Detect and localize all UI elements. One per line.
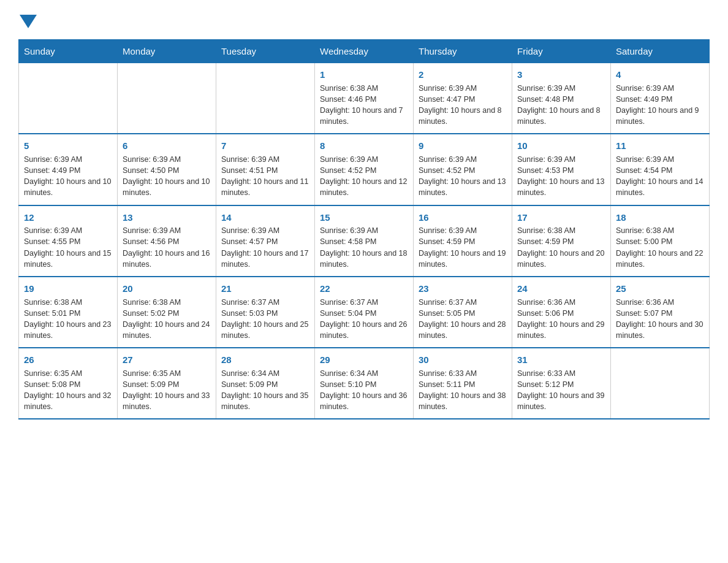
calendar-cell: 26Sunrise: 6:35 AM Sunset: 5:08 PM Dayli…: [19, 348, 118, 419]
calendar-cell: 25Sunrise: 6:36 AM Sunset: 5:07 PM Dayli…: [611, 277, 710, 348]
header-friday: Friday: [512, 40, 611, 63]
day-info: Sunrise: 6:34 AM Sunset: 5:09 PM Dayligh…: [221, 368, 309, 413]
calendar-week-row: 1Sunrise: 6:38 AM Sunset: 4:46 PM Daylig…: [19, 63, 710, 134]
day-number: 7: [221, 139, 309, 153]
calendar-week-row: 26Sunrise: 6:35 AM Sunset: 5:08 PM Dayli…: [19, 348, 710, 419]
calendar-cell: 22Sunrise: 6:37 AM Sunset: 5:04 PM Dayli…: [315, 277, 414, 348]
day-info: Sunrise: 6:39 AM Sunset: 4:57 PM Dayligh…: [221, 225, 309, 270]
header-tuesday: Tuesday: [216, 40, 315, 63]
calendar-cell: 18Sunrise: 6:38 AM Sunset: 5:00 PM Dayli…: [611, 205, 710, 277]
day-info: Sunrise: 6:35 AM Sunset: 5:09 PM Dayligh…: [123, 368, 211, 413]
day-number: 14: [221, 211, 309, 224]
day-info: Sunrise: 6:36 AM Sunset: 5:07 PM Dayligh…: [616, 297, 704, 342]
header-saturday: Saturday: [611, 40, 710, 63]
calendar-cell: 29Sunrise: 6:34 AM Sunset: 5:10 PM Dayli…: [315, 348, 414, 419]
calendar-cell: 19Sunrise: 6:38 AM Sunset: 5:01 PM Dayli…: [19, 277, 118, 348]
calendar-cell: 24Sunrise: 6:36 AM Sunset: 5:06 PM Dayli…: [512, 277, 611, 348]
day-number: 9: [419, 139, 507, 153]
logo-triangle-icon: [20, 15, 37, 28]
header-thursday: Thursday: [414, 40, 512, 63]
calendar-cell: 21Sunrise: 6:37 AM Sunset: 5:03 PM Dayli…: [216, 277, 315, 348]
day-info: Sunrise: 6:39 AM Sunset: 4:58 PM Dayligh…: [320, 225, 408, 270]
day-number: 12: [24, 211, 112, 224]
day-number: 27: [123, 353, 211, 367]
calendar-cell: 20Sunrise: 6:38 AM Sunset: 5:02 PM Dayli…: [118, 277, 216, 348]
day-info: Sunrise: 6:38 AM Sunset: 5:02 PM Dayligh…: [123, 297, 211, 342]
day-number: 29: [320, 353, 408, 367]
page-header: [18, 12, 710, 28]
day-info: Sunrise: 6:33 AM Sunset: 5:12 PM Dayligh…: [517, 368, 605, 413]
calendar-cell: 2Sunrise: 6:39 AM Sunset: 4:47 PM Daylig…: [414, 63, 512, 134]
calendar-cell: 31Sunrise: 6:33 AM Sunset: 5:12 PM Dayli…: [512, 348, 611, 419]
day-number: 15: [320, 211, 408, 224]
calendar-cell: 1Sunrise: 6:38 AM Sunset: 4:46 PM Daylig…: [315, 63, 414, 134]
calendar-cell: 11Sunrise: 6:39 AM Sunset: 4:54 PM Dayli…: [611, 134, 710, 205]
calendar-cell: 6Sunrise: 6:39 AM Sunset: 4:50 PM Daylig…: [118, 134, 216, 205]
day-number: 16: [419, 211, 507, 224]
day-info: Sunrise: 6:39 AM Sunset: 4:59 PM Dayligh…: [419, 225, 507, 270]
calendar-cell: [611, 348, 710, 419]
day-info: Sunrise: 6:39 AM Sunset: 4:49 PM Dayligh…: [24, 154, 112, 199]
day-info: Sunrise: 6:37 AM Sunset: 5:04 PM Dayligh…: [320, 297, 408, 342]
day-info: Sunrise: 6:39 AM Sunset: 4:51 PM Dayligh…: [221, 154, 309, 199]
day-number: 10: [517, 139, 605, 153]
calendar-week-row: 19Sunrise: 6:38 AM Sunset: 5:01 PM Dayli…: [19, 277, 710, 348]
day-info: Sunrise: 6:33 AM Sunset: 5:11 PM Dayligh…: [419, 368, 507, 413]
day-info: Sunrise: 6:37 AM Sunset: 5:03 PM Dayligh…: [221, 297, 309, 342]
calendar-cell: 7Sunrise: 6:39 AM Sunset: 4:51 PM Daylig…: [216, 134, 315, 205]
day-info: Sunrise: 6:39 AM Sunset: 4:52 PM Dayligh…: [419, 154, 507, 199]
day-number: 2: [419, 68, 507, 82]
calendar-cell: 9Sunrise: 6:39 AM Sunset: 4:52 PM Daylig…: [414, 134, 512, 205]
calendar-cell: 12Sunrise: 6:39 AM Sunset: 4:55 PM Dayli…: [19, 205, 118, 277]
calendar-cell: 16Sunrise: 6:39 AM Sunset: 4:59 PM Dayli…: [414, 205, 512, 277]
day-number: 20: [123, 282, 211, 296]
day-number: 3: [517, 68, 605, 82]
calendar-cell: [118, 63, 216, 134]
day-number: 22: [320, 282, 408, 296]
calendar-cell: 4Sunrise: 6:39 AM Sunset: 4:49 PM Daylig…: [611, 63, 710, 134]
day-info: Sunrise: 6:39 AM Sunset: 4:55 PM Dayligh…: [24, 225, 112, 270]
calendar-cell: [19, 63, 118, 134]
calendar-cell: [216, 63, 315, 134]
logo: [18, 12, 38, 28]
day-info: Sunrise: 6:36 AM Sunset: 5:06 PM Dayligh…: [517, 297, 605, 342]
day-number: 24: [517, 282, 605, 296]
calendar-week-row: 5Sunrise: 6:39 AM Sunset: 4:49 PM Daylig…: [19, 134, 710, 205]
day-info: Sunrise: 6:39 AM Sunset: 4:49 PM Dayligh…: [616, 83, 704, 128]
day-info: Sunrise: 6:39 AM Sunset: 4:56 PM Dayligh…: [123, 225, 211, 270]
day-number: 11: [616, 139, 704, 153]
calendar-cell: 10Sunrise: 6:39 AM Sunset: 4:53 PM Dayli…: [512, 134, 611, 205]
day-number: 23: [419, 282, 507, 296]
calendar-table: SundayMondayTuesdayWednesdayThursdayFrid…: [18, 39, 710, 419]
day-info: Sunrise: 6:39 AM Sunset: 4:47 PM Dayligh…: [419, 83, 507, 128]
day-info: Sunrise: 6:39 AM Sunset: 4:52 PM Dayligh…: [320, 154, 408, 199]
calendar-cell: 30Sunrise: 6:33 AM Sunset: 5:11 PM Dayli…: [414, 348, 512, 419]
calendar-cell: 15Sunrise: 6:39 AM Sunset: 4:58 PM Dayli…: [315, 205, 414, 277]
day-number: 17: [517, 211, 605, 224]
day-number: 30: [419, 353, 507, 367]
day-number: 13: [123, 211, 211, 224]
calendar-cell: 28Sunrise: 6:34 AM Sunset: 5:09 PM Dayli…: [216, 348, 315, 419]
calendar-cell: 17Sunrise: 6:38 AM Sunset: 4:59 PM Dayli…: [512, 205, 611, 277]
header-wednesday: Wednesday: [315, 40, 414, 63]
day-info: Sunrise: 6:38 AM Sunset: 5:00 PM Dayligh…: [616, 225, 704, 270]
day-info: Sunrise: 6:34 AM Sunset: 5:10 PM Dayligh…: [320, 368, 408, 413]
day-number: 8: [320, 139, 408, 153]
day-number: 31: [517, 353, 605, 367]
day-info: Sunrise: 6:39 AM Sunset: 4:54 PM Dayligh…: [616, 154, 704, 199]
day-info: Sunrise: 6:38 AM Sunset: 4:59 PM Dayligh…: [517, 225, 605, 270]
day-number: 26: [24, 353, 112, 367]
header-monday: Monday: [118, 40, 216, 63]
calendar-week-row: 12Sunrise: 6:39 AM Sunset: 4:55 PM Dayli…: [19, 205, 710, 277]
calendar-cell: 8Sunrise: 6:39 AM Sunset: 4:52 PM Daylig…: [315, 134, 414, 205]
day-info: Sunrise: 6:38 AM Sunset: 4:46 PM Dayligh…: [320, 83, 408, 128]
day-info: Sunrise: 6:39 AM Sunset: 4:50 PM Dayligh…: [123, 154, 211, 199]
calendar-cell: 27Sunrise: 6:35 AM Sunset: 5:09 PM Dayli…: [118, 348, 216, 419]
day-number: 19: [24, 282, 112, 296]
calendar-cell: 13Sunrise: 6:39 AM Sunset: 4:56 PM Dayli…: [118, 205, 216, 277]
day-number: 5: [24, 139, 112, 153]
day-info: Sunrise: 6:37 AM Sunset: 5:05 PM Dayligh…: [419, 297, 507, 342]
calendar-header-row: SundayMondayTuesdayWednesdayThursdayFrid…: [19, 40, 710, 63]
day-info: Sunrise: 6:35 AM Sunset: 5:08 PM Dayligh…: [24, 368, 112, 413]
day-number: 4: [616, 68, 704, 82]
